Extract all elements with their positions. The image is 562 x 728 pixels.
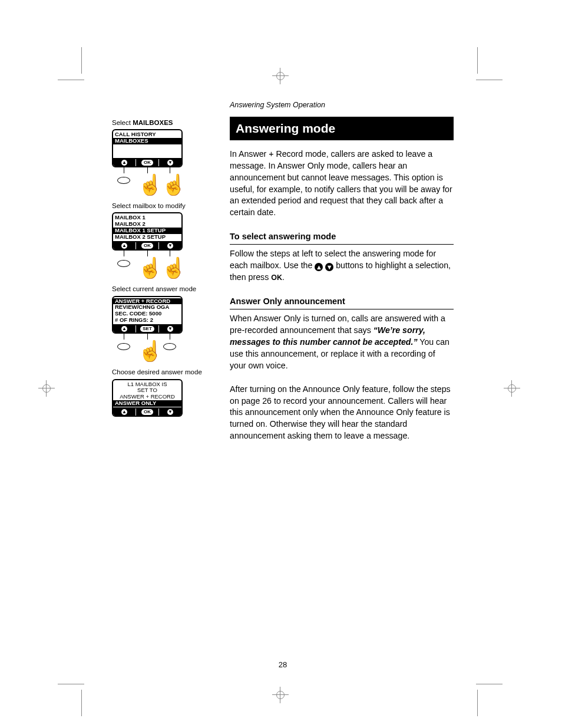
up-arrow-icon: ▲ — [121, 409, 127, 415]
subheading: Answer Only announcement — [230, 295, 454, 309]
tick-line — [124, 251, 124, 256]
lcd-row-selected: MAILBOXES — [113, 138, 181, 144]
tick-line — [147, 167, 148, 173]
step-caption: Select mailbox to modify — [112, 202, 206, 210]
softkey-ok: OK — [136, 409, 159, 416]
crop-tick — [81, 47, 82, 74]
tick-line — [147, 251, 148, 256]
softkey-bar: ▲ OK ▼ — [113, 241, 181, 249]
step-caption: Select MAILBOXES — [112, 118, 206, 127]
softkey-ok: OK — [136, 159, 159, 166]
softkey-down: ▼ — [159, 325, 181, 332]
ok-label: OK — [271, 274, 282, 282]
button-hint-row: ☝ — [112, 334, 183, 364]
down-arrow-icon: ▼ — [167, 409, 173, 415]
tick-line — [124, 334, 124, 340]
left-step-column: Select MAILBOXES CALL HISTORY MAILBOXES … — [112, 115, 206, 417]
softkey-set: SET — [136, 325, 159, 332]
oval-button-icon — [117, 343, 130, 350]
up-arrow-icon: ▲ — [121, 243, 127, 249]
ok-pill: OK — [141, 409, 153, 415]
caption-bold: MAILBOXES — [133, 119, 173, 126]
softkey-ok: OK — [136, 242, 159, 249]
tick-line — [124, 167, 124, 173]
section-breadcrumb: Answering System Operation — [230, 100, 454, 111]
lcd-row: # OF RINGS: 2 — [113, 317, 181, 324]
softkey-bar: ▲ SET ▼ — [113, 324, 181, 332]
pointing-hand-icon: ☝ — [161, 258, 186, 278]
crop-mark — [504, 380, 520, 397]
crop-tick — [477, 47, 478, 74]
softkey-up: ▲ — [113, 159, 136, 166]
oval-button-icon — [117, 177, 130, 184]
up-arrow-icon: ▲ — [121, 160, 127, 166]
up-arrow-icon: ▲ — [315, 263, 323, 271]
pointing-hand-icon: ☝ — [138, 174, 163, 195]
step-caption: Choose desired answer mode — [112, 368, 206, 376]
crop-tick — [58, 80, 84, 80]
crop-tick — [476, 80, 503, 80]
lcd-row-empty — [113, 151, 181, 157]
pointing-hand-icon: ☝ — [161, 174, 186, 195]
tick-line — [147, 334, 148, 340]
softkey-up: ▲ — [113, 409, 136, 416]
lcd-screen-2: MAILBOX 1 MAILBOX 2 MAILBOX 1 SETUP MAIL… — [112, 212, 183, 251]
lcd-screen-3: ANSWER + RECORD REVIEW/CHNG OGA SEC. COD… — [112, 296, 183, 334]
oval-button-icon — [117, 260, 130, 267]
crop-mark — [272, 687, 289, 703]
down-arrow-icon: ▼ — [325, 263, 333, 271]
crop-tick — [81, 690, 82, 716]
lcd-row: MAILBOX 2 SETUP — [113, 234, 181, 241]
step-caption: Select current answer mode — [112, 285, 206, 293]
softkey-down: ▼ — [159, 242, 181, 249]
caption-text: Select — [112, 119, 133, 126]
crop-tick — [58, 684, 84, 684]
lcd-screen-4: L1 MAILBOX IS SET TO ANSWER + RECORD ANS… — [112, 379, 183, 417]
ok-pill: OK — [141, 243, 153, 249]
pointing-hand-icon: ☝ — [138, 341, 163, 361]
body-paragraph: When Answer Only is turned on, calls are… — [230, 313, 454, 371]
subheading: To select answering mode — [230, 230, 454, 245]
down-arrow-icon: ▼ — [167, 243, 173, 249]
intro-paragraph: In Answer + Record mode, callers are ask… — [230, 149, 454, 219]
up-arrow-icon: ▲ — [121, 326, 127, 332]
softkey-bar: ▲ OK ▼ — [113, 407, 181, 416]
crop-tick — [476, 684, 503, 684]
tick-line — [170, 167, 170, 173]
softkey-down: ▼ — [159, 409, 181, 416]
crop-tick — [477, 690, 478, 716]
tick-line — [170, 251, 170, 256]
crop-mark — [38, 380, 55, 397]
oval-button-icon — [163, 343, 176, 350]
softkey-down: ▼ — [159, 159, 181, 166]
softkey-up: ▲ — [113, 242, 136, 249]
set-pill: SET — [140, 326, 154, 332]
tick-line — [170, 334, 170, 340]
down-arrow-icon: ▼ — [167, 160, 173, 166]
button-hint-row: ☝ ☝ — [112, 167, 183, 198]
softkey-up: ▲ — [113, 325, 136, 332]
body-paragraph: Follow the steps at left to select the a… — [230, 248, 454, 284]
page-title: Answering mode — [230, 117, 454, 140]
button-hint-row: ☝ ☝ — [112, 251, 183, 281]
page-number: 28 — [112, 660, 454, 669]
body-paragraph: After turning on the Announce Only featu… — [230, 384, 454, 442]
crop-mark — [272, 68, 289, 84]
body-text: . — [282, 272, 285, 282]
down-arrow-icon: ▼ — [167, 326, 173, 332]
softkey-bar: ▲ OK ▼ — [113, 158, 181, 166]
lcd-screen-1: CALL HISTORY MAILBOXES ▲ OK ▼ — [112, 129, 183, 167]
main-text-column: Answering System Operation Answering mod… — [230, 100, 454, 454]
ok-pill: OK — [141, 160, 153, 166]
pointing-hand-icon: ☝ — [138, 258, 163, 278]
lcd-row-selected: ANSWER ONLY — [113, 400, 181, 407]
lcd-row-empty — [113, 144, 181, 151]
